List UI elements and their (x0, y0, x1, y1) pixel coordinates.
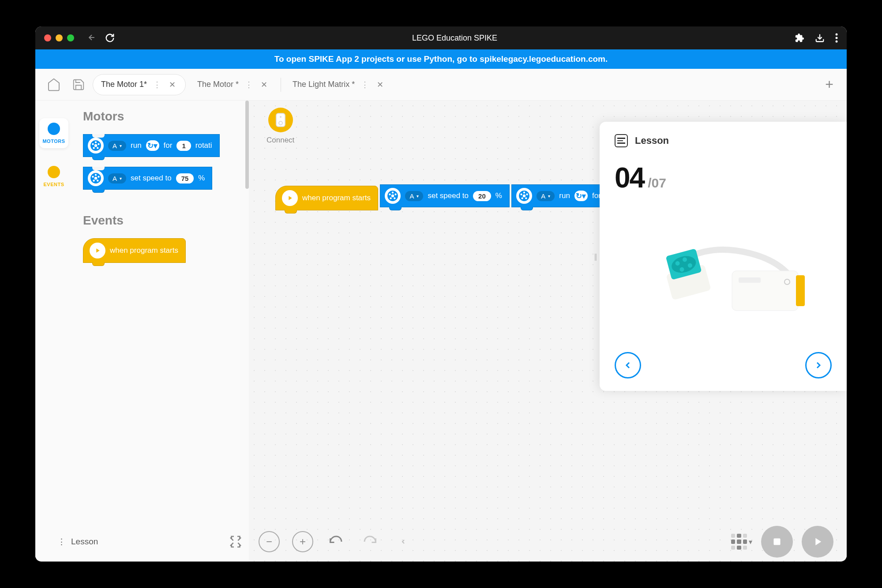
lesson-prev-button[interactable] (615, 352, 641, 378)
palette-scrollbar[interactable] (245, 101, 249, 189)
close-window[interactable] (44, 34, 51, 41)
lesson-total: /07 (648, 176, 666, 191)
block-motor-run[interactable]: A▾ run ↻▾ for 1 rotati (83, 134, 220, 157)
direction-dropdown[interactable]: ↻▾ (146, 140, 159, 151)
svg-point-22 (392, 191, 394, 193)
reload-icon[interactable] (105, 33, 115, 43)
lesson-menu-icon[interactable]: ⋮ (57, 537, 66, 547)
lesson-step-counter: 04 /07 (615, 161, 832, 194)
port-dropdown[interactable]: A▾ (405, 191, 423, 201)
svg-point-21 (391, 195, 394, 198)
svg-point-18 (279, 116, 282, 118)
block-program-starts[interactable]: when program starts (83, 238, 186, 263)
lesson-toggle[interactable]: Lesson (71, 537, 98, 547)
redo-button[interactable] (359, 531, 380, 552)
speed-input[interactable]: 75 (176, 173, 194, 184)
download-icon[interactable] (815, 33, 825, 43)
svg-point-26 (389, 194, 391, 195)
svg-point-28 (523, 195, 526, 198)
fit-view-button[interactable] (225, 531, 246, 552)
port-dropdown[interactable]: A▾ (537, 191, 555, 201)
more-menu-icon[interactable] (835, 33, 838, 43)
svg-point-11 (94, 177, 98, 180)
svg-rect-42 (796, 275, 805, 306)
speed-input[interactable]: 20 (473, 191, 491, 201)
collapse-button[interactable] (393, 531, 414, 552)
count-input[interactable]: 1 (176, 141, 191, 151)
connect-button[interactable]: Connect (266, 108, 294, 145)
category-tabs: MOTORS EVENTS (35, 101, 72, 562)
play-icon (282, 190, 298, 206)
zoom-out-button[interactable]: − (259, 531, 280, 552)
tab-the-motor-1[interactable]: The Motor 1* ⋮ ✕ (93, 74, 186, 95)
tab-close-icon[interactable]: ✕ (259, 80, 269, 90)
info-banner: To open SPIKE App 2 projects or use Pyth… (35, 49, 847, 69)
svg-point-2 (836, 41, 838, 43)
svg-point-32 (522, 197, 523, 199)
svg-point-16 (92, 176, 94, 178)
new-tab-button[interactable]: + (820, 76, 839, 93)
minimize-window[interactable] (56, 34, 63, 41)
save-button[interactable] (68, 74, 89, 95)
tab-close-icon[interactable]: ✕ (375, 80, 385, 90)
window-controls (44, 34, 74, 41)
svg-point-12 (95, 174, 97, 176)
run-button[interactable] (802, 526, 833, 558)
stack-start-block[interactable]: when program starts (275, 186, 378, 210)
category-events[interactable]: EVENTS (39, 161, 68, 191)
play-icon (90, 243, 105, 258)
direction-dropdown[interactable]: ↻▾ (574, 191, 588, 201)
port-dropdown[interactable]: A▾ (108, 173, 126, 184)
svg-rect-44 (739, 277, 761, 283)
lesson-next-button[interactable] (805, 352, 832, 378)
svg-point-25 (390, 197, 392, 199)
svg-point-29 (523, 191, 525, 193)
block-palette: Motors A▾ run ↻▾ for 1 rotati (72, 101, 249, 562)
tabbar: The Motor 1* ⋮ ✕ The Motor * ⋮ ✕ The Lig… (35, 69, 847, 101)
maximize-window[interactable] (67, 34, 74, 41)
main-content: MOTORS EVENTS Motors A▾ run ↻▾ (35, 101, 847, 562)
tab-separator (281, 78, 281, 92)
tab-close-icon[interactable]: ✕ (167, 80, 177, 90)
app-window: LEGO Education SPIKE To open SPIKE App 2… (35, 26, 847, 562)
motor-icon (516, 188, 532, 204)
back-arrow-icon[interactable] (87, 33, 96, 43)
lesson-panel: ‖ Lesson 04 /07 (600, 122, 847, 391)
palette-heading-motors: Motors (83, 109, 249, 124)
tab-the-motor[interactable]: The Motor * ⋮ ✕ (189, 74, 277, 95)
stop-button[interactable] (761, 526, 793, 558)
svg-point-30 (526, 194, 528, 195)
nav-controls (87, 33, 115, 43)
grid-toggle[interactable]: ▾ (731, 531, 752, 552)
svg-point-6 (98, 143, 99, 145)
svg-point-23 (395, 194, 397, 195)
canvas[interactable]: Connect when program starts A▾ set speed… (249, 101, 847, 562)
titlebar: LEGO Education SPIKE (35, 26, 847, 49)
tab-menu-icon[interactable]: ⋮ (153, 80, 161, 90)
panel-drag-handle[interactable]: ‖ (592, 245, 600, 267)
connect-label: Connect (266, 136, 294, 145)
svg-point-1 (836, 37, 838, 39)
home-button[interactable] (43, 74, 64, 95)
tab-menu-icon[interactable]: ⋮ (361, 80, 369, 90)
undo-button[interactable] (326, 531, 347, 552)
svg-point-24 (394, 197, 396, 199)
svg-point-15 (93, 180, 95, 181)
tab-label: The Motor * (197, 80, 239, 89)
zoom-in-button[interactable]: + (292, 531, 313, 552)
lesson-title: Lesson (635, 135, 669, 146)
category-label: EVENTS (43, 182, 64, 187)
palette-heading-events: Events (83, 213, 249, 228)
tab-label: The Motor 1* (101, 80, 147, 89)
svg-point-4 (94, 144, 98, 147)
extension-icon[interactable] (795, 33, 804, 43)
svg-rect-45 (773, 538, 780, 545)
port-dropdown[interactable]: A▾ (108, 141, 126, 151)
svg-point-13 (98, 176, 99, 178)
block-motor-speed[interactable]: A▾ set speed to 75 % (83, 167, 212, 190)
tab-menu-icon[interactable]: ⋮ (245, 80, 253, 90)
tab-the-light-matrix[interactable]: The Light Matrix * ⋮ ✕ (285, 74, 393, 95)
category-motors[interactable]: MOTORS (39, 118, 68, 148)
tab-label: The Light Matrix * (293, 80, 355, 89)
stack-speed-block[interactable]: A▾ set speed to 20 % (380, 184, 509, 207)
